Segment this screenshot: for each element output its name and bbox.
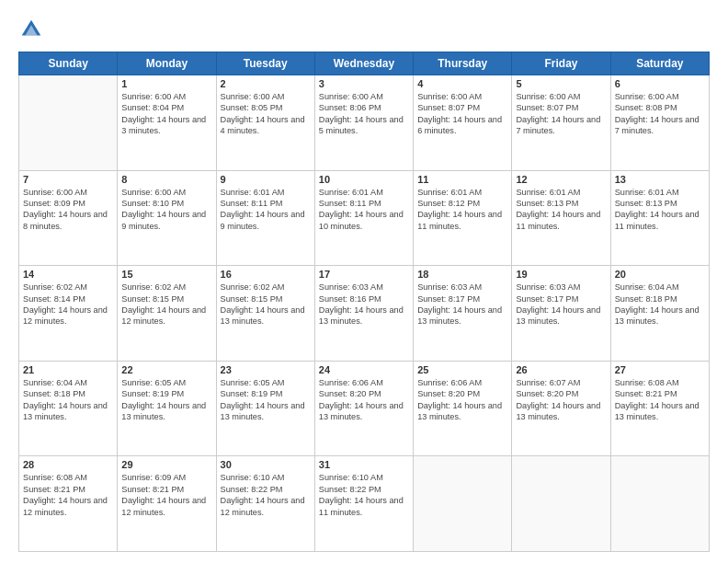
- calendar-cell: 22Sunrise: 6:05 AMSunset: 8:19 PMDayligh…: [118, 361, 216, 456]
- cell-info: Sunrise: 6:01 AMSunset: 8:11 PMDaylight:…: [221, 187, 311, 233]
- cell-info: Sunrise: 6:00 AMSunset: 8:07 PMDaylight:…: [516, 91, 606, 137]
- cell-info: Sunrise: 6:08 AMSunset: 8:21 PMDaylight:…: [23, 472, 113, 518]
- logo: [18, 17, 48, 42]
- calendar-cell: 28Sunrise: 6:08 AMSunset: 8:21 PMDayligh…: [19, 456, 118, 552]
- calendar-cell: 17Sunrise: 6:03 AMSunset: 8:16 PMDayligh…: [314, 266, 413, 362]
- calendar-cell: [19, 75, 118, 171]
- calendar-cell: 20Sunrise: 6:04 AMSunset: 8:18 PMDayligh…: [610, 266, 709, 362]
- day-number: 21: [23, 364, 113, 375]
- day-number: 13: [615, 174, 705, 185]
- calendar-cell: 16Sunrise: 6:02 AMSunset: 8:15 PMDayligh…: [216, 266, 314, 362]
- day-number: 31: [319, 459, 409, 470]
- day-number: 28: [23, 459, 113, 470]
- day-of-week-header: Monday: [118, 52, 216, 75]
- calendar-week-row: 7Sunrise: 6:00 AMSunset: 8:09 PMDaylight…: [19, 170, 710, 266]
- cell-info: Sunrise: 6:03 AMSunset: 8:17 PMDaylight:…: [516, 282, 606, 327]
- calendar-week-row: 21Sunrise: 6:04 AMSunset: 8:18 PMDayligh…: [19, 361, 710, 456]
- day-number: 2: [221, 78, 311, 89]
- day-number: 14: [23, 269, 113, 280]
- cell-info: Sunrise: 6:05 AMSunset: 8:19 PMDaylight:…: [221, 377, 311, 423]
- calendar-cell: 10Sunrise: 6:01 AMSunset: 8:11 PMDayligh…: [314, 170, 413, 266]
- calendar-cell: 3Sunrise: 6:00 AMSunset: 8:06 PMDaylight…: [314, 75, 413, 171]
- calendar-week-row: 14Sunrise: 6:02 AMSunset: 8:14 PMDayligh…: [19, 266, 710, 362]
- calendar-cell: 9Sunrise: 6:01 AMSunset: 8:11 PMDaylight…: [216, 170, 314, 266]
- cell-info: Sunrise: 6:05 AMSunset: 8:19 PMDaylight:…: [121, 377, 211, 423]
- header: [18, 17, 710, 42]
- calendar-cell: 13Sunrise: 6:01 AMSunset: 8:13 PMDayligh…: [610, 170, 709, 266]
- cell-info: Sunrise: 6:01 AMSunset: 8:13 PMDaylight:…: [615, 187, 705, 233]
- day-number: 22: [121, 364, 211, 375]
- calendar-cell: 6Sunrise: 6:00 AMSunset: 8:08 PMDaylight…: [610, 75, 709, 171]
- day-number: 4: [417, 78, 507, 89]
- calendar-cell: 8Sunrise: 6:00 AMSunset: 8:10 PMDaylight…: [118, 170, 216, 266]
- day-of-week-header: Sunday: [19, 52, 118, 75]
- cell-info: Sunrise: 6:03 AMSunset: 8:16 PMDaylight:…: [319, 282, 409, 327]
- cell-info: Sunrise: 6:02 AMSunset: 8:15 PMDaylight:…: [221, 282, 311, 327]
- cell-info: Sunrise: 6:00 AMSunset: 8:08 PMDaylight:…: [615, 91, 705, 137]
- calendar-cell: 19Sunrise: 6:03 AMSunset: 8:17 PMDayligh…: [512, 266, 610, 362]
- cell-info: Sunrise: 6:10 AMSunset: 8:22 PMDaylight:…: [221, 472, 311, 518]
- cell-info: Sunrise: 6:06 AMSunset: 8:20 PMDaylight:…: [319, 377, 409, 423]
- calendar-week-row: 1Sunrise: 6:00 AMSunset: 8:04 PMDaylight…: [19, 75, 710, 171]
- cell-info: Sunrise: 6:07 AMSunset: 8:20 PMDaylight:…: [516, 377, 606, 423]
- day-number: 30: [221, 459, 311, 470]
- day-number: 17: [319, 269, 409, 280]
- day-number: 11: [417, 174, 507, 185]
- cell-info: Sunrise: 6:02 AMSunset: 8:15 PMDaylight:…: [121, 282, 211, 327]
- day-number: 27: [615, 364, 705, 375]
- cell-info: Sunrise: 6:00 AMSunset: 8:04 PMDaylight:…: [121, 91, 211, 137]
- day-number: 3: [319, 78, 409, 89]
- calendar-cell: [414, 456, 512, 552]
- calendar-week-row: 28Sunrise: 6:08 AMSunset: 8:21 PMDayligh…: [19, 456, 710, 552]
- calendar-cell: 23Sunrise: 6:05 AMSunset: 8:19 PMDayligh…: [216, 361, 314, 456]
- cell-info: Sunrise: 6:00 AMSunset: 8:07 PMDaylight:…: [417, 91, 507, 137]
- calendar-cell: 1Sunrise: 6:00 AMSunset: 8:04 PMDaylight…: [118, 75, 216, 171]
- calendar-cell: 24Sunrise: 6:06 AMSunset: 8:20 PMDayligh…: [314, 361, 413, 456]
- day-number: 10: [319, 174, 409, 185]
- cell-info: Sunrise: 6:02 AMSunset: 8:14 PMDaylight:…: [23, 282, 113, 327]
- day-number: 20: [615, 269, 705, 280]
- calendar-cell: [610, 456, 709, 552]
- logo-icon: [18, 17, 44, 42]
- calendar-cell: 5Sunrise: 6:00 AMSunset: 8:07 PMDaylight…: [512, 75, 610, 171]
- day-number: 7: [23, 174, 113, 185]
- cell-info: Sunrise: 6:08 AMSunset: 8:21 PMDaylight:…: [615, 377, 705, 423]
- day-number: 6: [615, 78, 705, 89]
- calendar-cell: 4Sunrise: 6:00 AMSunset: 8:07 PMDaylight…: [414, 75, 512, 171]
- cell-info: Sunrise: 6:09 AMSunset: 8:21 PMDaylight:…: [121, 472, 211, 518]
- calendar-cell: 18Sunrise: 6:03 AMSunset: 8:17 PMDayligh…: [414, 266, 512, 362]
- cell-info: Sunrise: 6:00 AMSunset: 8:09 PMDaylight:…: [23, 187, 113, 233]
- calendar-cell: 7Sunrise: 6:00 AMSunset: 8:09 PMDaylight…: [19, 170, 118, 266]
- day-number: 5: [516, 78, 606, 89]
- calendar-cell: 31Sunrise: 6:10 AMSunset: 8:22 PMDayligh…: [314, 456, 413, 552]
- cell-info: Sunrise: 6:10 AMSunset: 8:22 PMDaylight:…: [319, 472, 409, 518]
- day-of-week-header: Thursday: [414, 52, 512, 75]
- cell-info: Sunrise: 6:01 AMSunset: 8:11 PMDaylight:…: [319, 187, 409, 233]
- cell-info: Sunrise: 6:04 AMSunset: 8:18 PMDaylight:…: [615, 282, 705, 327]
- day-number: 24: [319, 364, 409, 375]
- page: SundayMondayTuesdayWednesdayThursdayFrid…: [0, 0, 728, 563]
- calendar-cell: 29Sunrise: 6:09 AMSunset: 8:21 PMDayligh…: [118, 456, 216, 552]
- cell-info: Sunrise: 6:04 AMSunset: 8:18 PMDaylight:…: [23, 377, 113, 423]
- cell-info: Sunrise: 6:06 AMSunset: 8:20 PMDaylight:…: [417, 377, 507, 423]
- cell-info: Sunrise: 6:00 AMSunset: 8:10 PMDaylight:…: [121, 187, 211, 233]
- calendar-cell: 21Sunrise: 6:04 AMSunset: 8:18 PMDayligh…: [19, 361, 118, 456]
- day-number: 15: [121, 269, 211, 280]
- day-number: 16: [221, 269, 311, 280]
- day-number: 8: [121, 174, 211, 185]
- calendar-cell: 15Sunrise: 6:02 AMSunset: 8:15 PMDayligh…: [118, 266, 216, 362]
- day-number: 9: [221, 174, 311, 185]
- day-number: 18: [417, 269, 507, 280]
- cell-info: Sunrise: 6:03 AMSunset: 8:17 PMDaylight:…: [417, 282, 507, 327]
- calendar-table: SundayMondayTuesdayWednesdayThursdayFrid…: [18, 52, 710, 552]
- cell-info: Sunrise: 6:00 AMSunset: 8:05 PMDaylight:…: [221, 91, 311, 137]
- calendar-cell: 12Sunrise: 6:01 AMSunset: 8:13 PMDayligh…: [512, 170, 610, 266]
- cell-info: Sunrise: 6:00 AMSunset: 8:06 PMDaylight:…: [319, 91, 409, 137]
- calendar-cell: 14Sunrise: 6:02 AMSunset: 8:14 PMDayligh…: [19, 266, 118, 362]
- day-of-week-header: Wednesday: [314, 52, 413, 75]
- cell-info: Sunrise: 6:01 AMSunset: 8:13 PMDaylight:…: [516, 187, 606, 233]
- day-number: 23: [221, 364, 311, 375]
- calendar-cell: [512, 456, 610, 552]
- day-of-week-header: Friday: [512, 52, 610, 75]
- day-number: 12: [516, 174, 606, 185]
